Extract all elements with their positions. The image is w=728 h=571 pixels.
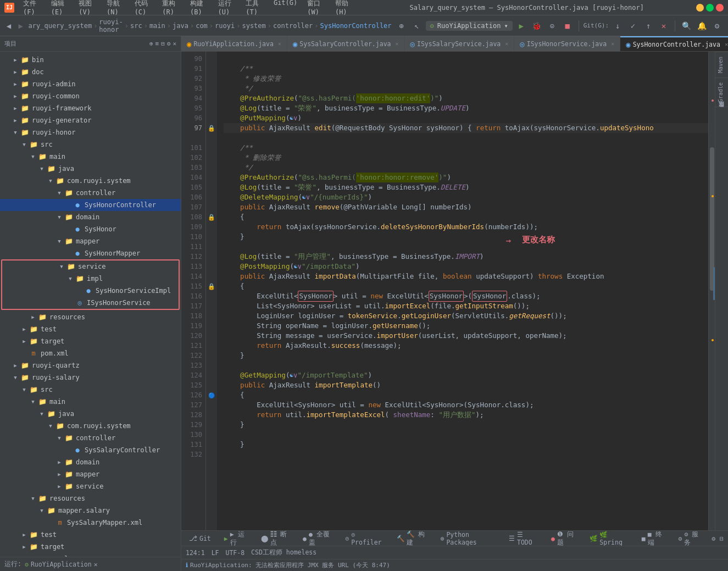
tree-item-sysHonorMapper[interactable]: ● SysHonorMapper <box>0 247 181 259</box>
menu-run[interactable]: 运行(U) <box>214 0 241 17</box>
tree-item-domain[interactable]: ▼ 📁 domain <box>0 211 181 223</box>
maximize-btn[interactable] <box>706 4 714 12</box>
nav-forward-btn[interactable]: ▶ <box>16 19 25 32</box>
tab-close[interactable]: ✕ <box>505 41 508 47</box>
tree-item-test[interactable]: ▶ 📁 test <box>0 323 181 335</box>
tree-item-target[interactable]: ▶ 📁 target <box>0 335 181 347</box>
tree-item-pom[interactable]: m pom.xml <box>0 347 181 359</box>
maven-panel[interactable]: Maven <box>715 52 728 77</box>
build-btn[interactable]: 🔨 🔨 构建 <box>393 529 430 548</box>
tree-item-salary-test[interactable]: ▶ 📁 test <box>0 529 181 541</box>
run-config-dropdown[interactable]: ▾ <box>504 22 508 30</box>
git-push-btn[interactable]: ↑ <box>642 19 655 32</box>
coverage-btn[interactable]: ● ● 全覆盖 <box>299 529 335 548</box>
menu-bar[interactable]: 文件(F) 编辑(E) 视图(V) 导航(N) 代码(C) 重构(R) 构建(B… <box>19 0 358 17</box>
tree-item-salary-domain[interactable]: ▶ 📁 domain <box>0 456 181 468</box>
menu-tools[interactable]: 工具(T) <box>241 0 268 17</box>
tab-sysHonorController[interactable]: ◉ SysHonorController.java ✕ <box>620 36 728 51</box>
tree-item-salary-pom[interactable]: m pom.xml <box>0 553 181 557</box>
tree-item-salary-com-ruoyi[interactable]: ▼ 📁 com.ruoyi.system <box>0 420 181 432</box>
debug-btn[interactable]: 🐞 <box>530 19 543 32</box>
close-btn[interactable] <box>716 4 724 12</box>
tab-sysSalaryController[interactable]: ◉ SysSalaryController.java ✕ <box>287 36 405 51</box>
problems-btn[interactable]: ● ❶ 问题 <box>548 529 580 548</box>
menu-window[interactable]: 窗口(W) <box>303 0 330 17</box>
tree-item-salary-java[interactable]: ▼ 📁 java <box>0 408 181 420</box>
menu-git[interactable]: Git(G) <box>269 0 302 17</box>
tree-item-salary-controller[interactable]: ▼ 📁 controller <box>0 432 181 444</box>
tree-item-sysHonorController[interactable]: ● SysHonorController <box>0 199 181 211</box>
menu-refactor[interactable]: 重构(R) <box>158 0 185 17</box>
sidebar-align-btn[interactable]: ⊟ <box>161 40 165 47</box>
menu-help[interactable]: 帮助(H) <box>331 0 358 17</box>
menu-navigate[interactable]: 导航(N) <box>102 0 129 17</box>
add-config-btn[interactable]: ⊕ <box>395 19 408 32</box>
minimize-btn[interactable] <box>696 4 704 12</box>
tree-item-sysHonor[interactable]: ● SysHonor <box>0 223 181 235</box>
tree-item-service[interactable]: ▼ 📁 service <box>2 260 179 273</box>
menu-edit[interactable]: 编辑(E) <box>47 0 74 17</box>
tree-item-iSysHonorService[interactable]: ◎ ISysHonorService <box>2 297 179 309</box>
tree-item-ruoyi-honor[interactable]: ▼ 📁 ruoyi-honor <box>0 126 181 138</box>
settings-icon[interactable]: ⚙ <box>712 535 715 542</box>
sidebar-add-btn[interactable]: ⊕ <box>149 40 153 47</box>
tree-item-salary-src[interactable]: ▼ 📁 src <box>0 384 181 396</box>
menu-code[interactable]: 代码(C) <box>130 0 157 17</box>
tree-item-resources[interactable]: ▶ 📁 resources <box>0 311 181 323</box>
services-btn[interactable]: ⚙ ⚙ 服务 <box>675 529 705 548</box>
menu-build[interactable]: 构建(B) <box>186 0 213 17</box>
nav-back-btn[interactable]: ◀ <box>4 19 13 32</box>
settings-btn[interactable]: ⚙ <box>710 19 724 32</box>
tab-close[interactable]: ✕ <box>725 41 728 47</box>
tree-item-ruoyi-common[interactable]: ▶ 📁 ruoyi-common <box>0 90 181 102</box>
cursor-btn[interactable]: ↖ <box>410 19 424 32</box>
sidebar-gear-btn[interactable]: ⚙ <box>167 40 171 47</box>
database-panel[interactable]: 数据库 <box>715 107 728 116</box>
tree-item-sysSalaryController[interactable]: ● SysSalaryController <box>0 444 181 456</box>
tree-item-src[interactable]: ▼ 📁 src <box>0 138 181 151</box>
coverage-btn[interactable]: ⊙ <box>546 19 559 32</box>
project-tree[interactable]: ▶ 📁 bin ▶ 📁 doc ▶ 📁 ruoyi-admin ▶ 📁 ruoy… <box>0 52 181 557</box>
tree-item-bin[interactable]: ▶ 📁 bin <box>0 54 181 66</box>
tree-item-ruoyi-framework[interactable]: ▶ 📁 ruoyi-framework <box>0 102 181 114</box>
tree-item-salary-main[interactable]: ▼ 📁 main <box>0 396 181 408</box>
run-config[interactable]: ⚙ RuoYiApplication ▾ <box>426 21 513 31</box>
gradle-panel[interactable]: Gradle <box>715 77 728 107</box>
run-config-close[interactable]: ✕ <box>94 561 98 568</box>
tree-item-controller[interactable]: ▼ 📁 controller <box>0 187 181 199</box>
tree-item-salary-resources[interactable]: ▼ 📁 resources <box>0 492 181 505</box>
sidebar-close-btn[interactable]: ✕ <box>173 40 176 47</box>
tree-item-com-ruoyi-system[interactable]: ▼ 📁 com.ruoyi.system <box>0 175 181 187</box>
tree-item-mapper-salary[interactable]: ▼ 📁 mapper.salary <box>0 505 181 517</box>
menu-view[interactable]: 视图(V) <box>74 0 101 17</box>
menu-file[interactable]: 文件(F) <box>19 0 46 17</box>
tree-item-mapper[interactable]: ▼ 📁 mapper <box>0 235 181 247</box>
editor-scrollbar[interactable] <box>708 52 715 530</box>
tree-item-salary-service[interactable]: ▶ 📁 service <box>0 480 181 492</box>
tree-item-ruoyi-salary[interactable]: ▼ 📁 ruoyi-salary <box>0 372 181 384</box>
tab-iSysSalaryService[interactable]: ◎ ISysSalaryService.java ✕ <box>405 36 515 51</box>
tree-item-ruoyi-admin[interactable]: ▶ 📁 ruoyi-admin <box>0 78 181 90</box>
run-btn[interactable]: ▶ <box>515 19 528 32</box>
tab-ruoYiApplication[interactable]: ◉ RuoYiApplication.java ✕ <box>181 36 287 51</box>
spring-btn[interactable]: 🌿 🌿 Spring <box>586 530 631 547</box>
notification-btn[interactable]: 🔔 <box>695 19 708 32</box>
tree-item-main[interactable]: ▼ 📁 main <box>0 151 181 163</box>
tree-item-impl[interactable]: ▼ 📁 impl <box>2 273 179 285</box>
code-editor[interactable]: /** * 修改荣誉 */ @PreAuthorize("@ss.hasPerm… <box>217 52 708 530</box>
tree-item-salary-mapper[interactable]: ▶ 📁 mapper <box>0 468 181 480</box>
breakpoints-btn[interactable]: ⬤ ☷ 断点 <box>258 529 293 548</box>
run-toolbar-btn[interactable]: ▶ ▶ 运行 <box>221 529 251 548</box>
git-commit-btn[interactable]: ✓ <box>626 19 640 32</box>
tree-item-ruoyi-generator[interactable]: ▶ 📁 ruoyi-generator <box>0 114 181 126</box>
tab-close[interactable]: ✕ <box>278 41 281 47</box>
python-btn[interactable]: ⊕ Python Packages <box>437 530 498 547</box>
tab-close[interactable]: ✕ <box>395 41 398 47</box>
tree-item-sysSalaryMapper-xml[interactable]: m SysSalaryMapper.xml <box>0 517 181 529</box>
git-update-btn[interactable]: ↓ <box>611 19 624 32</box>
stop-btn[interactable]: ■ <box>561 19 574 32</box>
todo-btn[interactable]: ☰ ☰ TODO <box>505 530 541 547</box>
tree-item-java[interactable]: ▼ 📁 java <box>0 163 181 175</box>
profiler-btn[interactable]: ⊙ ⊙ Profiler <box>342 530 387 547</box>
expand-icon[interactable]: ⊟ <box>720 535 724 542</box>
